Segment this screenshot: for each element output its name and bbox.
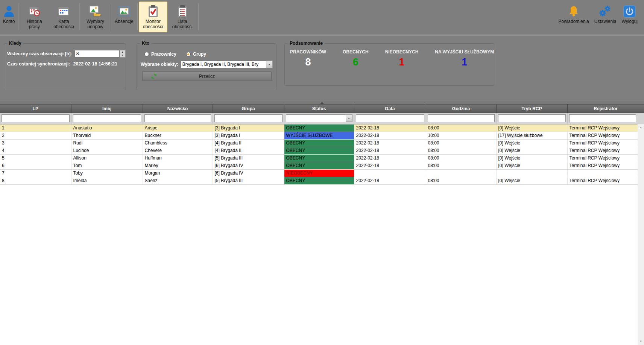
spinner-up-icon[interactable]: ▲ — [120, 50, 125, 54]
kiedy-panel: Kiedy Wsteczny czas obserwacji [h]: ▲▼ C… — [4, 41, 126, 90]
table-row[interactable]: 7 Toby Morgan [6] Brygada IV NIEOBECNY — [0, 169, 644, 177]
table-row[interactable]: 2 Thorvald Buckner [3] Brygada I WYJŚCIE… — [0, 132, 644, 139]
combo-dropdown-arrow-icon[interactable]: ▼ — [266, 61, 273, 68]
status-badge: OBECNY — [284, 124, 354, 132]
table-header-row: LP Imię Nazwisko Grupa Status Data Godzi… — [0, 105, 644, 113]
cell-lp: 2 — [0, 132, 71, 139]
radio-pracownicy-circle[interactable] — [144, 52, 149, 56]
work-history-icon — [28, 5, 40, 18]
filter-input-lp[interactable] — [2, 114, 70, 122]
table-row[interactable]: 8 Imelda Saenz [5] Brygada III OBECNY 20… — [0, 177, 644, 184]
attendance-table-body: 1 Anastatio Arispe [3] Brygada I OBECNY … — [0, 124, 644, 184]
vertical-scrollbar[interactable]: ▲ ▼ — [638, 124, 644, 345]
selected-objects-combobox[interactable]: ▼ — [181, 61, 273, 68]
observation-time-stepper[interactable]: ▲▼ — [120, 50, 126, 58]
attendance-list-icon — [177, 5, 188, 18]
column-header-godzina[interactable]: Godzina — [426, 105, 496, 113]
status-filter-dropdown-arrow-icon[interactable]: ▼ — [346, 114, 352, 122]
cell-godzina: 08:00 — [426, 139, 496, 147]
wymiary-urlopow-button[interactable]: Wymiary urlopów — [81, 2, 109, 32]
attendance-table: LP Imię Nazwisko Grupa Status Data Godzi… — [0, 105, 644, 185]
column-header-grupa[interactable]: Grupa — [213, 105, 284, 113]
main-toolbar: Konto Historia pracy — [0, 0, 644, 35]
historia-pracy-label: Historia pracy — [22, 19, 46, 29]
toolbar-right-group: Powiadomienia Ustawienia — [556, 0, 644, 34]
monitor-obecnosci-button[interactable]: Monitor obecności — [139, 2, 167, 32]
splitter-collapse-icon[interactable] — [320, 102, 324, 104]
scroll-up-icon[interactable]: ▲ — [638, 125, 644, 131]
cell-rejestrator: Terminal RCP Wejściowy — [567, 162, 644, 169]
cell-imie: Allison — [71, 154, 143, 162]
toolbar-separator — [198, 3, 199, 30]
column-header-status[interactable]: Status — [284, 105, 354, 113]
scroll-down-icon[interactable]: ▼ — [638, 339, 644, 345]
table-row[interactable]: 1 Anastatio Arispe [3] Brygada I OBECNY … — [0, 124, 644, 132]
radio-grupy-label: Grupy — [193, 52, 206, 57]
konto-button[interactable]: Konto — [1, 2, 17, 32]
status-badge: OBECNY — [284, 177, 354, 184]
observation-time-input[interactable] — [74, 50, 120, 58]
column-header-data[interactable]: Data — [354, 105, 426, 113]
summary-stat-value: 6 — [343, 56, 369, 68]
cell-data: 2022-02-18 — [354, 147, 426, 154]
column-header-tryb-rcp[interactable]: Tryb RCP — [496, 105, 567, 113]
status-badge: OBECNY — [284, 139, 354, 147]
kiedy-panel-title: Kiedy — [7, 41, 23, 46]
spinner-down-icon[interactable]: ▼ — [120, 54, 125, 57]
filter-input-nazwisko[interactable] — [144, 114, 211, 122]
radio-pracownicy[interactable]: Pracownicy — [144, 52, 176, 57]
summary-stat: PRACOWNIKÓW 8 — [290, 49, 326, 68]
table-row[interactable]: 4 Lucinde Chevere [4] Brygada II OBECNY … — [0, 147, 644, 154]
column-header-rejestrator[interactable]: Rejestrator — [567, 105, 644, 113]
cell-data: 2022-02-18 — [354, 139, 426, 147]
column-header-lp[interactable]: LP — [0, 105, 71, 113]
filter-input-rejestrator[interactable] — [569, 114, 636, 122]
przelicz-button[interactable]: Przelicz — [142, 71, 272, 81]
karta-obecnosci-button[interactable]: Karta obecności — [49, 2, 78, 32]
filter-input-tryb-rcp[interactable] — [498, 114, 566, 122]
cell-godzina: 08:00 — [426, 162, 496, 169]
cell-rejestrator: Terminal RCP Wejściowy — [567, 132, 644, 139]
refresh-icon — [151, 73, 157, 81]
summary-stat: NIEOBECNYCH 1 — [385, 49, 419, 68]
wyloguj-button[interactable]: Wyloguj — [619, 2, 640, 32]
panel-splitter[interactable] — [0, 101, 644, 105]
filter-input-imie[interactable] — [73, 114, 141, 122]
column-header-nazwisko[interactable]: Nazwisko — [143, 105, 213, 113]
radio-grupy-circle[interactable] — [186, 52, 191, 56]
summary-stat-label: PRACOWNIKÓW — [290, 49, 326, 55]
filter-input-godzina[interactable] — [428, 114, 495, 122]
selected-objects-input[interactable] — [181, 61, 266, 68]
status-badge: NIEOBECNY — [284, 169, 354, 177]
ustawienia-button[interactable]: Ustawienia — [592, 2, 619, 32]
cell-lp: 5 — [0, 154, 71, 162]
table-row[interactable]: 6 Tom Marley [6] Brygada IV OBECNY 2022-… — [0, 162, 644, 169]
konto-label: Konto — [3, 19, 15, 24]
attendance-card-icon — [58, 5, 70, 18]
summary-stat: NA WYJŚCIU SŁUŻBOWYM 1 — [435, 49, 494, 68]
column-header-imie[interactable]: Imię — [71, 105, 143, 113]
observation-time-label: Wsteczny czas obserwacji [h]: — [7, 51, 72, 56]
lista-obecnosci-button[interactable]: Lista obecności — [168, 2, 197, 32]
table-row[interactable]: 3 Rudi Chambless [4] Brygada II OBECNY 2… — [0, 139, 644, 147]
absencje-button[interactable]: Absencje — [112, 2, 135, 32]
cell-imie: Tom — [71, 162, 143, 169]
cell-imie: Imelda — [71, 177, 143, 184]
table-row[interactable]: 5 Allison Huffman [5] Brygada III OBECNY… — [0, 154, 644, 162]
filter-input-grupa[interactable] — [214, 114, 283, 122]
wymiary-urlopow-label: Wymiary urlopów — [83, 19, 107, 29]
status-badge: OBECNY — [284, 162, 354, 169]
absencje-label: Absencje — [115, 19, 133, 24]
summary-stat: OBECNYCH 6 — [343, 49, 369, 68]
powiadomienia-button[interactable]: Powiadomienia — [556, 2, 591, 32]
cell-data: 2022-02-18 — [354, 132, 426, 139]
radio-grupy[interactable]: Grupy — [186, 52, 206, 57]
summary-stats: PRACOWNIKÓW 8 OBECNYCH 6 NIEOBECNYCH 1 N… — [285, 46, 494, 68]
status-badge: OBECNY — [284, 147, 354, 154]
absences-icon — [118, 5, 131, 18]
summary-stat-value: 1 — [385, 56, 419, 68]
historia-pracy-button[interactable]: Historia pracy — [20, 2, 49, 32]
vacation-folder-icon — [89, 5, 102, 18]
filter-input-status[interactable] — [286, 114, 346, 122]
filter-input-data[interactable] — [356, 114, 424, 122]
